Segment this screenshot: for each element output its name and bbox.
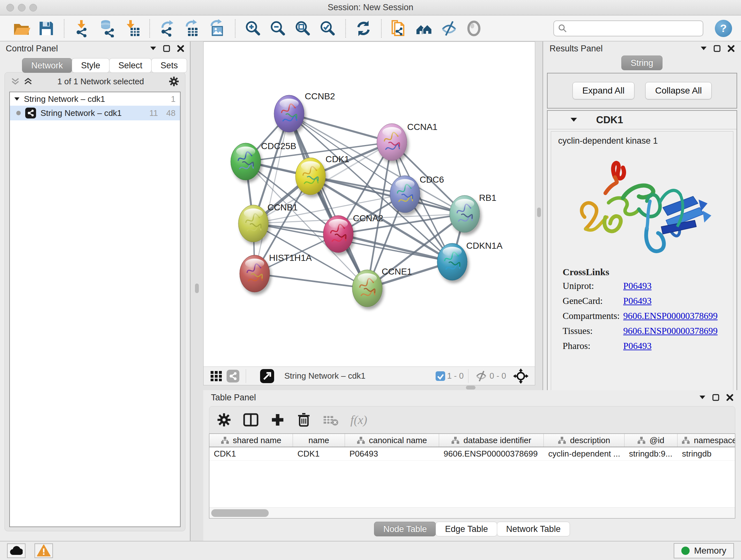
help-icon[interactable]: ? (715, 20, 732, 37)
tab-sets[interactable]: Sets (151, 58, 187, 73)
tab-style[interactable]: Style (72, 58, 110, 73)
network-node-cdc6[interactable] (390, 176, 420, 212)
network-node-cdk1[interactable] (295, 158, 326, 195)
zoom-fit-icon[interactable] (293, 18, 313, 38)
cell-namespace[interactable]: stringdb (677, 447, 735, 460)
open-in-string-icon[interactable] (389, 18, 409, 38)
panel-menu-icon[interactable] (699, 395, 705, 399)
panel-float-icon[interactable] (163, 45, 170, 52)
network-collection-row[interactable]: String Network – cdk1 1 (10, 92, 180, 106)
panel-float-icon[interactable] (712, 394, 719, 401)
cell-database-identifier[interactable]: 9606.ENSP00000378699 (439, 447, 544, 460)
network-node-cdc25b[interactable] (231, 143, 261, 180)
zoom-in-icon[interactable] (243, 18, 263, 38)
network-canvas[interactable]: CCNB2CCNA1CDC25BCDK1CDC6RB1CCNB1CCNA2CDK… (204, 42, 535, 367)
network-node-ccna1[interactable] (377, 124, 407, 161)
export-table-icon[interactable] (183, 18, 202, 38)
cell-name[interactable]: CDK1 (293, 447, 345, 460)
cell-canonical-name[interactable]: P06493 (345, 447, 439, 460)
fit-content-crosshair-icon[interactable] (513, 368, 529, 384)
network-node-hist1h1a[interactable] (240, 255, 270, 292)
cell-shared-name[interactable]: CDK1 (209, 447, 293, 460)
import-table-file-icon[interactable] (122, 18, 142, 38)
zoom-out-icon[interactable] (268, 18, 288, 38)
network-row-selected[interactable]: String Network – cdk1 1148 (10, 106, 180, 120)
tab-network[interactable]: Network (22, 58, 72, 73)
collapse-all-button[interactable]: Collapse All (645, 82, 712, 99)
hidden-eye-icon[interactable] (475, 370, 488, 382)
column-header-shared-name[interactable]: shared name (209, 434, 293, 447)
network-edge[interactable] (255, 273, 367, 288)
panel-float-icon[interactable] (714, 45, 721, 52)
network-node-ccnb2[interactable] (274, 95, 304, 132)
expand-all-button[interactable]: Expand All (572, 82, 634, 99)
gear-icon[interactable] (169, 77, 179, 86)
column-header-canonical-name[interactable]: canonical name (345, 434, 439, 447)
table-horizontal-scrollbar[interactable] (209, 507, 735, 518)
expand-all-icon[interactable] (24, 78, 32, 85)
warning-button[interactable] (35, 543, 53, 558)
panel-menu-icon[interactable] (150, 47, 156, 51)
gene-section-header[interactable]: CDK1 (548, 111, 737, 129)
crosslink-row: GeneCard:P06493 (562, 296, 733, 306)
network-node-cdkn1a[interactable] (437, 243, 467, 280)
network-node-ccnb1[interactable] (239, 205, 268, 242)
selected-checkbox-icon[interactable] (435, 371, 445, 381)
panel-close-icon[interactable] (177, 45, 184, 52)
left-splitter-handle[interactable] (195, 284, 199, 293)
import-network-file-icon[interactable] (72, 18, 92, 38)
import-network-database-icon[interactable] (97, 18, 117, 38)
tab-network-table[interactable]: Network Table (497, 522, 570, 537)
column-header-database-identifier[interactable]: database identifier (439, 434, 544, 447)
export-network-icon[interactable] (158, 18, 178, 38)
bottom-splitter-handle[interactable] (466, 386, 475, 389)
hide-unhide-icon[interactable] (439, 18, 459, 38)
collapse-all-icon[interactable] (11, 78, 19, 85)
birdseye-view-icon[interactable] (260, 369, 274, 383)
search-input[interactable] (567, 23, 699, 33)
genecard-link[interactable]: P06493 (623, 296, 652, 306)
column-header-namespace[interactable]: namespace (677, 434, 735, 447)
tab-node-table[interactable]: Node Table (374, 522, 436, 537)
column-header-name[interactable]: name (293, 434, 345, 447)
table-row[interactable]: CDK1 CDK1 P06493 9606.ENSP00000378699 cy… (209, 447, 735, 461)
column-header-description[interactable]: description (544, 434, 624, 447)
cell-description[interactable]: cyclin-dependent ... (544, 447, 624, 460)
compartments-link[interactable]: 9606.ENSP00000378699 (623, 311, 718, 321)
open-session-icon[interactable] (11, 18, 31, 38)
pharos-link[interactable]: P06493 (623, 341, 652, 351)
add-column-icon[interactable] (271, 413, 285, 427)
network-node-ccna2[interactable] (323, 215, 353, 253)
show-eye-icon[interactable] (464, 18, 484, 38)
save-session-icon[interactable] (37, 18, 56, 38)
apply-layout-icon[interactable] (354, 18, 374, 38)
table-gear-icon[interactable] (217, 413, 231, 427)
tissues-link[interactable]: 9606.ENSP00000378699 (623, 326, 718, 336)
cloud-button[interactable] (7, 543, 25, 558)
section-collapse-icon[interactable] (570, 118, 577, 122)
grid-view-icon[interactable] (210, 370, 223, 382)
tree-expand-icon[interactable] (14, 98, 19, 101)
network-node-rb1[interactable] (450, 195, 480, 233)
home-icon[interactable] (414, 18, 434, 38)
column-header-at-id[interactable]: @id (624, 434, 677, 447)
zoom-selected-icon[interactable] (318, 18, 338, 38)
tab-select[interactable]: Select (109, 58, 151, 73)
memory-button[interactable]: Memory (674, 543, 734, 558)
network-node-ccne1[interactable] (352, 270, 382, 307)
panel-close-icon[interactable] (728, 45, 735, 52)
show-columns-icon[interactable] (243, 413, 259, 427)
tree-column-icon (682, 436, 690, 444)
delete-column-icon[interactable] (297, 413, 311, 427)
network-edge[interactable] (255, 114, 289, 273)
panel-menu-icon[interactable] (701, 47, 706, 51)
panel-close-icon[interactable] (726, 394, 733, 401)
network-share-icon[interactable] (226, 370, 239, 382)
tab-edge-table[interactable]: Edge Table (435, 522, 497, 537)
uniprot-link[interactable]: P06493 (623, 281, 652, 291)
scrollbar-thumb[interactable] (211, 509, 269, 517)
export-image-icon[interactable] (207, 18, 227, 38)
right-splitter-handle[interactable] (537, 207, 541, 217)
tab-string-results[interactable]: String (621, 56, 663, 70)
cell-at-id[interactable]: stringdb:9... (624, 447, 677, 460)
